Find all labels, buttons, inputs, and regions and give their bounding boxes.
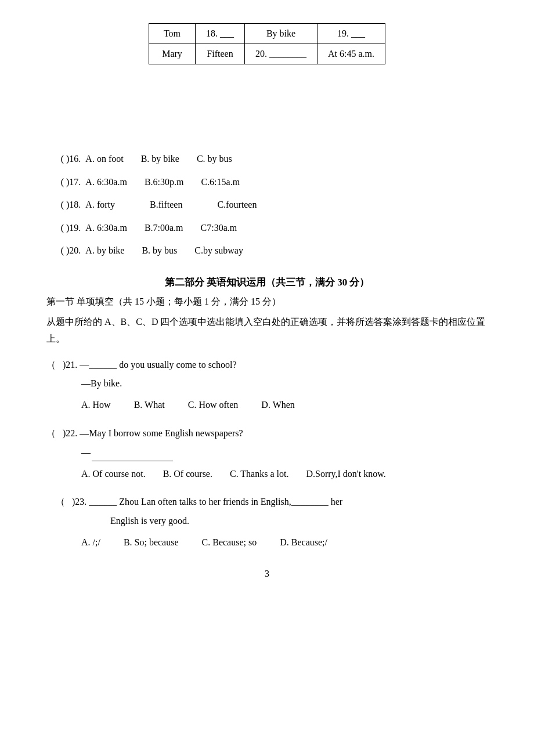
cell-mary-time: At 6:45 a.m. (317, 44, 385, 64)
option-16c: C. by bus (197, 151, 232, 167)
mcq-num-17: )17. (66, 175, 81, 190)
option-19b: B.7:00a.m (145, 220, 183, 236)
cell-tom-age: 18. ___ (196, 24, 245, 44)
table-section: Tom 18. ___ By bike 19. ___ Mary Fifteen… (46, 23, 488, 64)
mcq-options-20: A. by bike B. by bus C.by subway (85, 243, 243, 258)
mcq-section: ( )16. A. on foot B. by bike C. by bus (… (46, 151, 488, 258)
opt-22b: B. Of course. (163, 466, 212, 483)
opt-23b: B. So; because (124, 534, 179, 551)
opt-21d: D. When (261, 397, 294, 414)
q-options-23: A. /;/ B. So; because C. Because; so D. … (81, 534, 488, 551)
section1-title: 第一节 单项填空（共 15 小题；每小题 1 分，满分 15 分） (46, 296, 488, 308)
option-20a: A. by bike (85, 243, 124, 258)
option-18a: A. forty (85, 197, 115, 212)
mcq-num-18: )18. (66, 197, 81, 212)
question-block-23: （ )23. ______ Zhou Lan often talks to he… (46, 494, 488, 551)
q-paren-23: （ (56, 494, 72, 511)
q-text-21: —______ do you usually come to school? (80, 357, 236, 374)
q-options-22: A. Of course not. B. Of course. C. Thank… (81, 466, 488, 483)
mcq-num-19: )19. (66, 220, 81, 236)
opt-22a: A. Of course not. (81, 466, 146, 483)
mcq-paren-16: ( (46, 151, 64, 167)
table-row: Tom 18. ___ By bike 19. ___ (149, 24, 385, 44)
mcq-num-20: )20. (66, 243, 81, 258)
option-20b: B. by bus (142, 243, 177, 258)
option-19a: A. 6:30a.m (85, 220, 127, 236)
opt-21c: C. How often (188, 397, 239, 414)
mcq-paren-18: ( (46, 197, 64, 212)
table-row: Mary Fifteen 20. ________ At 6:45 a.m. (149, 44, 385, 64)
part2-title: 第二部分 英语知识运用（共三节，满分 30 分） (46, 276, 488, 289)
question-block-22: （ )22. —May I borrow some English newspa… (46, 425, 488, 482)
option-17a: A. 6:30a.m (85, 175, 127, 190)
mcq-num-16: )16. (66, 151, 81, 167)
q-answer-22: — (81, 444, 488, 461)
option-19c: C7:30a.m (201, 220, 237, 236)
option-17c: C.6:15a.m (201, 175, 240, 190)
mcq-options-19: A. 6:30a.m B.7:00a.m C7:30a.m (85, 220, 237, 236)
list-item: ( )18. A. forty B.fifteen C.fourteen (46, 197, 488, 212)
opt-22d: D.Sorry,I don't know. (306, 466, 385, 483)
question-line-22: （ )22. —May I borrow some English newspa… (46, 425, 488, 442)
spacer (46, 82, 488, 151)
q-line2-23: English is very good. (110, 513, 488, 530)
cell-tom-name: Tom (149, 24, 196, 44)
mcq-paren-20: ( (46, 243, 64, 258)
q-text-23: ______ Zhou Lan often talks to her frien… (89, 494, 342, 511)
option-17b: B.6:30p.m (145, 175, 184, 190)
question-block-21: （ )21. —______ do you usually come to sc… (46, 357, 488, 414)
mcq-options-18: A. forty B.fifteen C.fourteen (85, 197, 257, 212)
opt-23c: C. Because; so (202, 534, 257, 551)
cell-mary-transport: 20. ________ (245, 44, 317, 64)
cell-tom-time: 19. ___ (317, 24, 385, 44)
opt-23d: D. Because;/ (280, 534, 327, 551)
option-18c: C.fourteen (217, 197, 257, 212)
mcq-paren-17: ( (46, 175, 64, 190)
q-options-21: A. How B. What C. How often D. When (81, 397, 488, 414)
q-paren-22: （ (46, 425, 63, 442)
q-answer-21: —By bike. (81, 375, 488, 392)
question-line-21: （ )21. —______ do you usually come to sc… (46, 357, 488, 374)
opt-23a: A. /;/ (81, 534, 100, 551)
cell-mary-age: Fifteen (196, 44, 245, 64)
opt-21b: B. What (134, 397, 165, 414)
option-16a: A. on foot (85, 151, 123, 167)
part2-section: 第二部分 英语知识运用（共三节，满分 30 分） 第一节 单项填空（共 15 小… (46, 276, 488, 551)
list-item: ( )17. A. 6:30a.m B.6:30p.m C.6:15a.m (46, 175, 488, 190)
mcq-options-17: A. 6:30a.m B.6:30p.m C.6:15a.m (85, 175, 240, 190)
q-text-22: —May I borrow some English newspapers? (80, 425, 243, 442)
option-20c: C.by subway (194, 243, 243, 258)
opt-21a: A. How (81, 397, 111, 414)
data-table: Tom 18. ___ By bike 19. ___ Mary Fifteen… (149, 23, 385, 64)
answer-blank-22 (92, 461, 173, 461)
list-item: ( )20. A. by bike B. by bus C.by subway (46, 243, 488, 258)
option-18b: B.fifteen (150, 197, 182, 212)
list-item: ( )19. A. 6:30a.m B.7:00a.m C7:30a.m (46, 220, 488, 236)
cell-mary-name: Mary (149, 44, 196, 64)
q-paren-21: （ (46, 357, 63, 374)
q-num-23: )23. (72, 494, 86, 511)
option-16b: B. by bike (141, 151, 179, 167)
opt-22c: C. Thanks a lot. (230, 466, 288, 483)
mcq-paren-19: ( (46, 220, 64, 236)
question-line-23: （ )23. ______ Zhou Lan often talks to he… (46, 494, 488, 511)
q-num-21: )21. (63, 357, 77, 374)
q-num-22: )22. (63, 425, 77, 442)
list-item: ( )16. A. on foot B. by bike C. by bus (46, 151, 488, 167)
section-instruction: 从题中所给的 A、B、C、D 四个选项中选出能填入空白处的正确选项，并将所选答案… (46, 314, 488, 348)
page-number: 3 (46, 569, 488, 579)
cell-tom-transport: By bike (245, 24, 317, 44)
mcq-options-16: A. on foot B. by bike C. by bus (85, 151, 232, 167)
